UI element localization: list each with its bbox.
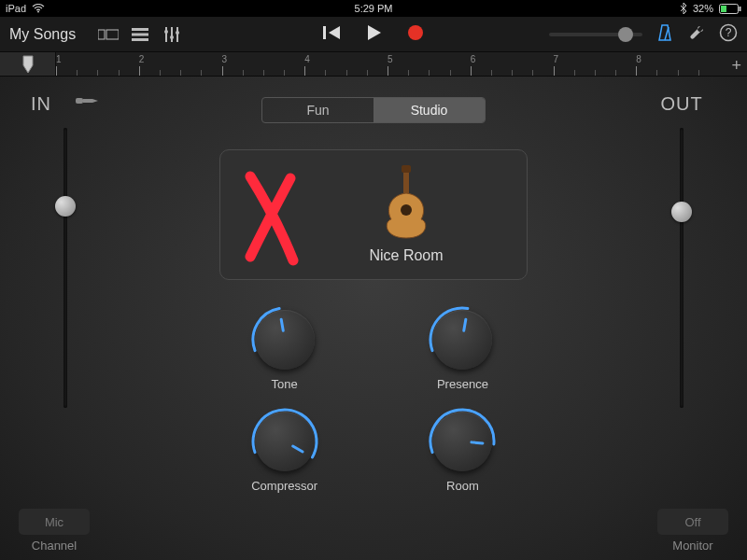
record-button[interactable] [407,24,424,45]
battery-icon [719,4,741,14]
timeline-ruler[interactable]: 12345678 + [0,52,747,77]
grid-view-icon[interactable] [128,22,152,47]
svg-rect-15 [323,26,326,39]
tracks-view-icon[interactable] [96,22,120,47]
input-gain-slider[interactable] [51,128,79,408]
playhead-marker[interactable] [0,52,56,76]
mic-button[interactable]: Mic [19,509,90,535]
svg-line-31 [464,319,466,330]
svg-rect-4 [98,30,105,39]
mode-segmented-control: Fun Studio [261,97,486,123]
svg-line-30 [281,319,283,330]
input-column: IN [19,93,112,408]
instrument-main: IN Fun Studio [0,77,747,493]
svg-text:?: ? [726,26,732,39]
knob-dial[interactable] [432,412,492,471]
bluetooth-icon [680,3,687,14]
mixer-icon[interactable] [160,22,184,47]
knob-label: Presence [437,377,488,391]
knob-compressor: Compressor [251,412,317,493]
svg-marker-16 [329,26,340,39]
knob-presence: Presence [430,310,496,391]
svg-point-14 [176,31,179,35]
status-time: 5:29 PM [355,3,393,14]
svg-rect-25 [83,99,92,103]
metronome-icon[interactable] [655,23,674,46]
add-section-button[interactable]: + [731,56,741,76]
preset-name: Nice Room [369,247,443,264]
svg-rect-5 [106,30,119,39]
input-plug-icon[interactable] [74,92,100,113]
ruler-number: 3 [222,54,228,64]
knob-dial[interactable] [255,412,315,471]
monitor-control: Off Monitor [657,509,728,553]
svg-marker-17 [368,25,381,40]
svg-line-20 [665,27,669,40]
svg-rect-7 [132,33,148,35]
svg-point-0 [37,11,39,13]
knob-label: Tone [272,377,298,391]
ruler-number: 5 [388,54,393,64]
monitor-label: Monitor [672,539,712,553]
in-label: IN [31,93,51,115]
back-my-songs[interactable]: My Songs [9,26,76,43]
svg-marker-23 [23,56,33,73]
knob-room: Room [430,412,496,493]
app-toolbar: My Songs ? [0,17,747,52]
svg-rect-8 [132,38,148,41]
rewind-button[interactable] [323,25,342,44]
svg-rect-6 [132,28,148,31]
svg-rect-24 [76,98,83,104]
device-label: iPad [6,3,26,14]
segment-studio[interactable]: Studio [374,98,485,122]
svg-point-12 [164,30,168,34]
ruler-number: 7 [554,54,559,64]
battery-percent: 32% [693,3,713,14]
svg-marker-26 [92,99,98,103]
transport-controls [323,24,424,45]
guitar-icon [380,165,432,240]
knob-label: Compressor [251,479,317,493]
knob-label: Room [446,479,479,493]
knob-dial[interactable] [432,310,492,370]
help-icon[interactable]: ? [719,23,738,46]
ruler-number: 2 [139,54,145,64]
channel-control: Mic Channel [19,509,90,553]
ruler-number: 8 [636,54,641,64]
segment-fun[interactable]: Fun [262,98,374,122]
out-label: OUT [660,93,702,114]
svg-point-13 [170,35,174,39]
wifi-icon [32,4,45,13]
svg-point-29 [401,204,412,216]
annotation-x-mark [239,167,304,270]
center-column: Fun Studio Nice Room TonePresenceCompres… [112,93,635,493]
knob-dial[interactable] [255,310,315,370]
svg-point-18 [408,25,423,40]
svg-rect-28 [402,165,411,173]
svg-line-33 [472,442,483,443]
ios-status-bar: iPad 5:29 PM 32% [0,0,747,17]
monitor-off-button[interactable]: Off [657,509,728,535]
status-left: iPad [6,3,45,14]
settings-wrench-icon[interactable] [687,23,706,46]
ruler-number: 6 [471,54,476,64]
output-level-slider[interactable] [668,128,696,408]
play-button[interactable] [366,24,383,45]
ruler-number: 4 [304,54,310,64]
svg-rect-3 [721,6,726,12]
ruler-marks[interactable]: 12345678 [56,52,747,76]
ruler-number: 1 [56,54,62,64]
svg-rect-2 [740,7,741,11]
status-right: 32% [680,3,741,14]
svg-line-32 [292,446,302,452]
channel-label: Channel [32,539,77,553]
knob-tone: Tone [251,310,317,391]
preset-panel[interactable]: Nice Room [219,149,528,280]
knob-grid: TonePresenceCompressorRoom [251,310,496,493]
output-column: OUT [635,93,728,408]
master-volume-slider[interactable] [549,33,642,36]
